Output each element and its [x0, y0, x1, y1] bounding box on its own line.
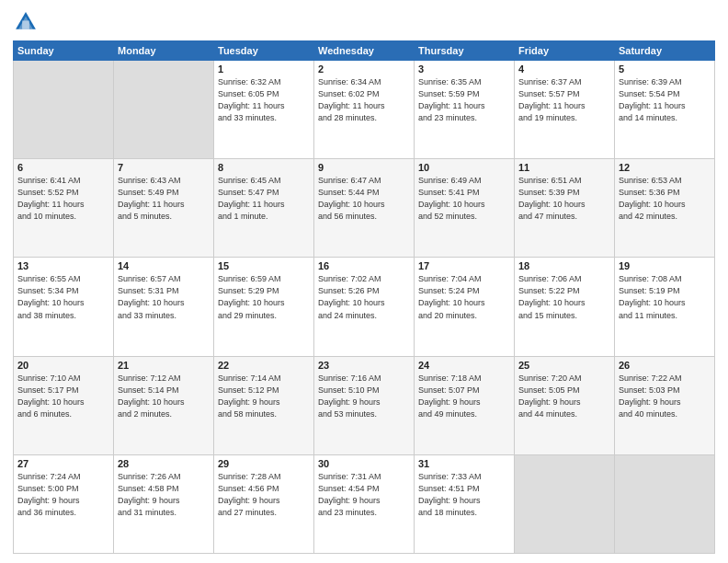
calendar-cell — [515, 454, 615, 553]
calendar-cell: 13Sunrise: 6:55 AM Sunset: 5:34 PM Dayli… — [14, 258, 114, 356]
day-info: Sunrise: 6:39 AM Sunset: 5:54 PM Dayligh… — [619, 76, 711, 124]
calendar-cell — [615, 454, 715, 553]
day-info: Sunrise: 7:14 AM Sunset: 5:12 PM Dayligh… — [218, 373, 310, 420]
day-number: 23 — [318, 360, 410, 371]
day-number: 17 — [418, 260, 510, 271]
day-info: Sunrise: 6:34 AM Sunset: 6:02 PM Dayligh… — [318, 76, 410, 124]
day-number: 10 — [418, 162, 510, 173]
day-info: Sunrise: 7:33 AM Sunset: 4:51 PM Dayligh… — [418, 471, 510, 519]
day-number: 8 — [218, 162, 310, 173]
weekday-header: Thursday — [415, 41, 515, 61]
day-number: 12 — [619, 162, 711, 173]
day-number: 1 — [218, 63, 310, 75]
day-number: 13 — [17, 260, 109, 271]
day-info: Sunrise: 7:08 AM Sunset: 5:19 PM Dayligh… — [619, 273, 711, 321]
day-number: 2 — [318, 63, 410, 75]
day-number: 7 — [118, 162, 210, 173]
day-number: 27 — [17, 458, 109, 469]
day-info: Sunrise: 6:35 AM Sunset: 5:59 PM Dayligh… — [418, 76, 510, 124]
svg-rect-2 — [22, 20, 29, 29]
calendar-cell: 4Sunrise: 6:37 AM Sunset: 5:57 PM Daylig… — [515, 61, 615, 159]
day-number: 25 — [518, 360, 610, 371]
calendar-cell: 14Sunrise: 6:57 AM Sunset: 5:31 PM Dayli… — [114, 258, 214, 356]
day-info: Sunrise: 7:31 AM Sunset: 4:54 PM Dayligh… — [318, 471, 410, 519]
weekday-header: Wednesday — [314, 41, 415, 61]
weekday-header: Monday — [114, 41, 214, 61]
calendar-cell: 17Sunrise: 7:04 AM Sunset: 5:24 PM Dayli… — [415, 258, 515, 356]
day-number: 18 — [518, 260, 610, 271]
day-info: Sunrise: 7:04 AM Sunset: 5:24 PM Dayligh… — [418, 273, 510, 321]
calendar-week-row: 6Sunrise: 6:41 AM Sunset: 5:52 PM Daylig… — [14, 159, 715, 258]
logo — [13, 9, 42, 35]
calendar-cell: 23Sunrise: 7:16 AM Sunset: 5:10 PM Dayli… — [314, 356, 415, 454]
calendar-cell: 2Sunrise: 6:34 AM Sunset: 6:02 PM Daylig… — [314, 61, 415, 159]
calendar-cell: 1Sunrise: 6:32 AM Sunset: 6:05 PM Daylig… — [214, 61, 314, 159]
day-info: Sunrise: 6:45 AM Sunset: 5:47 PM Dayligh… — [218, 175, 310, 223]
calendar-cell: 9Sunrise: 6:47 AM Sunset: 5:44 PM Daylig… — [314, 159, 415, 258]
logo-icon — [13, 9, 39, 35]
calendar-cell: 31Sunrise: 7:33 AM Sunset: 4:51 PM Dayli… — [415, 454, 515, 553]
day-info: Sunrise: 7:06 AM Sunset: 5:22 PM Dayligh… — [518, 273, 610, 321]
weekday-header: Sunday — [14, 41, 114, 61]
day-info: Sunrise: 6:55 AM Sunset: 5:34 PM Dayligh… — [17, 273, 109, 321]
header-row: SundayMondayTuesdayWednesdayThursdayFrid… — [14, 41, 715, 61]
day-info: Sunrise: 6:37 AM Sunset: 5:57 PM Dayligh… — [518, 76, 610, 124]
day-info: Sunrise: 6:59 AM Sunset: 5:29 PM Dayligh… — [218, 273, 310, 321]
day-number: 16 — [318, 260, 410, 271]
calendar-cell: 12Sunrise: 6:53 AM Sunset: 5:36 PM Dayli… — [615, 159, 715, 258]
calendar-week-row: 13Sunrise: 6:55 AM Sunset: 5:34 PM Dayli… — [14, 258, 715, 356]
calendar-cell: 20Sunrise: 7:10 AM Sunset: 5:17 PM Dayli… — [14, 356, 114, 454]
weekday-header: Saturday — [615, 41, 715, 61]
calendar-cell: 15Sunrise: 6:59 AM Sunset: 5:29 PM Dayli… — [214, 258, 314, 356]
day-number: 30 — [318, 458, 410, 469]
day-info: Sunrise: 6:53 AM Sunset: 5:36 PM Dayligh… — [619, 175, 711, 223]
calendar-table: SundayMondayTuesdayWednesdayThursdayFrid… — [13, 40, 715, 554]
calendar-cell: 28Sunrise: 7:26 AM Sunset: 4:58 PM Dayli… — [114, 454, 214, 553]
day-number: 19 — [619, 260, 711, 271]
calendar-cell: 26Sunrise: 7:22 AM Sunset: 5:03 PM Dayli… — [615, 356, 715, 454]
day-info: Sunrise: 7:26 AM Sunset: 4:58 PM Dayligh… — [118, 471, 210, 519]
calendar-cell — [114, 61, 214, 159]
calendar-cell: 27Sunrise: 7:24 AM Sunset: 5:00 PM Dayli… — [14, 454, 114, 553]
calendar-cell: 8Sunrise: 6:45 AM Sunset: 5:47 PM Daylig… — [214, 159, 314, 258]
day-number: 9 — [318, 162, 410, 173]
day-number: 3 — [418, 63, 510, 75]
day-info: Sunrise: 7:18 AM Sunset: 5:07 PM Dayligh… — [418, 373, 510, 420]
day-number: 20 — [17, 360, 109, 371]
day-info: Sunrise: 7:02 AM Sunset: 5:26 PM Dayligh… — [318, 273, 410, 321]
day-number: 31 — [418, 458, 510, 469]
day-number: 24 — [418, 360, 510, 371]
day-number: 5 — [619, 63, 711, 75]
day-number: 21 — [118, 360, 210, 371]
calendar-cell: 25Sunrise: 7:20 AM Sunset: 5:05 PM Dayli… — [515, 356, 615, 454]
header — [13, 9, 715, 35]
page: SundayMondayTuesdayWednesdayThursdayFrid… — [0, 0, 728, 563]
calendar-cell — [14, 61, 114, 159]
day-number: 22 — [218, 360, 310, 371]
day-info: Sunrise: 6:49 AM Sunset: 5:41 PM Dayligh… — [418, 175, 510, 223]
day-info: Sunrise: 6:47 AM Sunset: 5:44 PM Dayligh… — [318, 175, 410, 223]
day-number: 29 — [218, 458, 310, 469]
day-info: Sunrise: 7:28 AM Sunset: 4:56 PM Dayligh… — [218, 471, 310, 519]
calendar-cell: 30Sunrise: 7:31 AM Sunset: 4:54 PM Dayli… — [314, 454, 415, 553]
calendar-week-row: 1Sunrise: 6:32 AM Sunset: 6:05 PM Daylig… — [14, 61, 715, 159]
calendar-cell: 18Sunrise: 7:06 AM Sunset: 5:22 PM Dayli… — [515, 258, 615, 356]
weekday-header: Friday — [515, 41, 615, 61]
day-info: Sunrise: 7:12 AM Sunset: 5:14 PM Dayligh… — [118, 373, 210, 420]
day-number: 14 — [118, 260, 210, 271]
calendar-cell: 24Sunrise: 7:18 AM Sunset: 5:07 PM Dayli… — [415, 356, 515, 454]
calendar-cell: 10Sunrise: 6:49 AM Sunset: 5:41 PM Dayli… — [415, 159, 515, 258]
calendar-cell: 29Sunrise: 7:28 AM Sunset: 4:56 PM Dayli… — [214, 454, 314, 553]
day-info: Sunrise: 7:24 AM Sunset: 5:00 PM Dayligh… — [17, 471, 109, 519]
day-number: 6 — [17, 162, 109, 173]
day-info: Sunrise: 6:57 AM Sunset: 5:31 PM Dayligh… — [118, 273, 210, 321]
calendar-cell: 5Sunrise: 6:39 AM Sunset: 5:54 PM Daylig… — [615, 61, 715, 159]
day-number: 4 — [518, 63, 610, 75]
calendar-cell: 6Sunrise: 6:41 AM Sunset: 5:52 PM Daylig… — [14, 159, 114, 258]
day-info: Sunrise: 7:10 AM Sunset: 5:17 PM Dayligh… — [17, 373, 109, 420]
calendar-cell: 16Sunrise: 7:02 AM Sunset: 5:26 PM Dayli… — [314, 258, 415, 356]
calendar-cell: 11Sunrise: 6:51 AM Sunset: 5:39 PM Dayli… — [515, 159, 615, 258]
day-info: Sunrise: 7:20 AM Sunset: 5:05 PM Dayligh… — [518, 373, 610, 420]
day-info: Sunrise: 7:22 AM Sunset: 5:03 PM Dayligh… — [619, 373, 711, 420]
day-info: Sunrise: 6:41 AM Sunset: 5:52 PM Dayligh… — [17, 175, 109, 223]
